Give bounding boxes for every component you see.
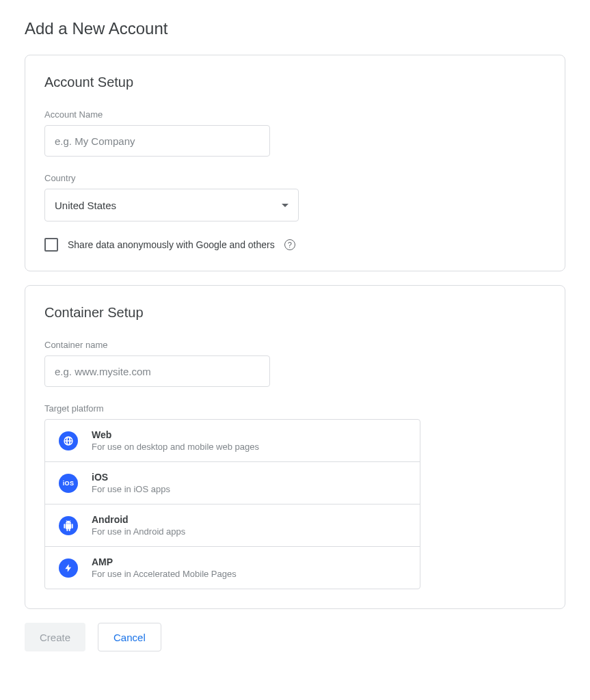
country-value: United States xyxy=(55,200,116,211)
share-data-label: Share data anonymously with Google and o… xyxy=(68,239,275,250)
platform-title: iOS xyxy=(92,472,170,483)
platform-item-ios[interactable]: iOS iOS For use in iOS apps xyxy=(45,462,420,504)
country-field: Country United States xyxy=(44,173,546,221)
target-platform-label: Target platform xyxy=(44,403,546,414)
caret-down-icon xyxy=(282,204,289,207)
platform-text: Web For use on desktop and mobile web pa… xyxy=(92,429,259,452)
container-name-input[interactable] xyxy=(44,355,270,387)
platform-text: AMP For use in Accelerated Mobile Pages xyxy=(92,556,237,579)
platform-title: Android xyxy=(92,514,185,525)
container-name-field: Container name xyxy=(44,340,546,387)
help-icon[interactable]: ? xyxy=(284,239,295,250)
platform-desc: For use in iOS apps xyxy=(92,484,170,494)
account-setup-heading: Account Setup xyxy=(44,75,546,90)
container-setup-heading: Container Setup xyxy=(44,305,546,321)
share-data-checkbox[interactable] xyxy=(44,238,58,252)
lightning-icon xyxy=(59,558,78,578)
platform-list: Web For use on desktop and mobile web pa… xyxy=(44,419,420,589)
globe-icon xyxy=(59,431,78,450)
container-setup-card: Container Setup Container name Target pl… xyxy=(25,285,565,609)
create-button[interactable]: Create xyxy=(25,623,85,651)
platform-title: AMP xyxy=(92,556,237,567)
platform-desc: For use in Android apps xyxy=(92,526,185,537)
platform-item-android[interactable]: Android For use in Android apps xyxy=(45,504,420,547)
platform-text: Android For use in Android apps xyxy=(92,514,185,537)
account-name-label: Account Name xyxy=(44,109,546,120)
platform-item-web[interactable]: Web For use on desktop and mobile web pa… xyxy=(45,420,420,462)
button-row: Create Cancel xyxy=(25,623,565,651)
country-label: Country xyxy=(44,173,546,183)
platform-desc: For use on desktop and mobile web pages xyxy=(92,442,259,452)
account-name-input[interactable] xyxy=(44,125,270,157)
container-name-label: Container name xyxy=(44,340,546,350)
platform-desc: For use in Accelerated Mobile Pages xyxy=(92,569,237,579)
target-platform-field: Target platform Web For use on desktop a… xyxy=(44,403,546,589)
share-data-row: Share data anonymously with Google and o… xyxy=(44,238,546,252)
platform-item-amp[interactable]: AMP For use in Accelerated Mobile Pages xyxy=(45,547,420,589)
android-icon xyxy=(59,516,78,535)
page-title: Add a New Account xyxy=(25,19,565,38)
platform-title: Web xyxy=(92,429,259,440)
account-setup-card: Account Setup Account Name Country Unite… xyxy=(25,55,565,271)
platform-text: iOS For use in iOS apps xyxy=(92,472,170,494)
cancel-button[interactable]: Cancel xyxy=(98,623,161,651)
country-select[interactable]: United States xyxy=(44,189,299,221)
ios-icon: iOS xyxy=(59,474,78,493)
account-name-field: Account Name xyxy=(44,109,546,157)
